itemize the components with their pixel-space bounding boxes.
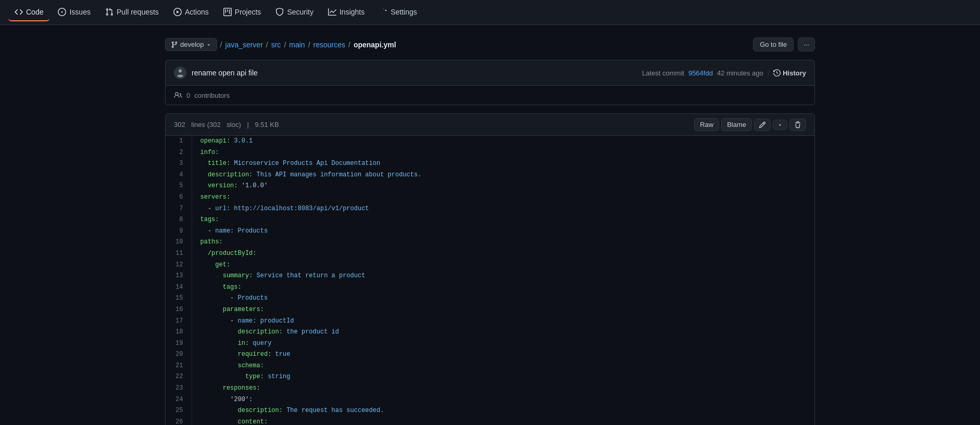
- line-number: 4: [166, 170, 192, 181]
- line-code: version: '1.0.0': [192, 181, 814, 192]
- breadcrumb-src[interactable]: src: [271, 41, 281, 49]
- breadcrumb: develop / java_server / src / main / res…: [165, 38, 396, 51]
- line-number: 14: [166, 282, 192, 293]
- table-row: 17 - name: productId: [166, 316, 814, 327]
- branch-selector[interactable]: develop: [165, 38, 217, 51]
- nav-actions-label: Actions: [185, 8, 209, 16]
- line-code: servers:: [192, 192, 814, 203]
- line-code: - name: Products: [192, 226, 814, 237]
- line-code: in: query: [192, 338, 814, 350]
- table-row: 21 schema:: [166, 360, 814, 372]
- line-code: description: the product id: [192, 327, 814, 338]
- edit-button[interactable]: [754, 119, 771, 131]
- table-row: 15 - Products: [166, 293, 814, 304]
- code-table: 1openapi: 3.0.12info:3 title: Microservi…: [166, 136, 814, 425]
- line-code: parameters:: [192, 304, 814, 316]
- line-code: description: This API manages informatio…: [192, 170, 814, 181]
- line-number: 12: [166, 260, 192, 271]
- line-code: summary: Service that return a product: [192, 271, 814, 282]
- line-number: 2: [166, 147, 192, 159]
- file-size-sep: |: [247, 121, 248, 128]
- line-code: /productById:: [192, 248, 814, 260]
- line-code: openapi: 3.0.1: [192, 136, 814, 147]
- line-number: 7: [166, 203, 192, 215]
- commit-message: rename open api file: [192, 69, 258, 77]
- table-row: 22 type: string: [166, 371, 814, 383]
- insights-icon: [328, 8, 336, 16]
- breadcrumb-main[interactable]: main: [289, 41, 305, 49]
- line-number: 17: [166, 316, 192, 327]
- line-number: 13: [166, 271, 192, 282]
- commit-info-box: rename open api file Latest commit 9564f…: [165, 60, 815, 86]
- nav-issues[interactable]: Issues: [52, 4, 96, 21]
- nav-insights-label: Insights: [340, 8, 365, 16]
- nav-pull-requests[interactable]: Pull requests: [99, 4, 165, 21]
- table-row: 9 - name: Products: [166, 226, 814, 237]
- latest-commit-label: Latest commit: [642, 69, 684, 77]
- nav-code[interactable]: Code: [8, 4, 49, 21]
- line-number: 24: [166, 394, 192, 406]
- pr-icon: [105, 8, 114, 16]
- table-row: 20 required: true: [166, 349, 814, 360]
- line-number: 5: [166, 181, 192, 192]
- table-row: 10paths:: [166, 237, 814, 248]
- line-number: 18: [166, 327, 192, 338]
- history-link[interactable]: History: [773, 69, 806, 77]
- line-number: 20: [166, 349, 192, 360]
- line-number: 21: [166, 360, 192, 372]
- blame-button[interactable]: Blame: [721, 118, 752, 131]
- nav-actions[interactable]: Actions: [167, 4, 215, 21]
- line-number: 15: [166, 293, 192, 304]
- table-row: 24 '200':: [166, 394, 814, 406]
- line-number: 23: [166, 383, 192, 394]
- actions-icon: [173, 8, 182, 16]
- line-code: content:: [192, 417, 814, 425]
- go-to-file-button[interactable]: Go to file: [753, 37, 794, 51]
- nav-pr-label: Pull requests: [117, 8, 159, 16]
- line-code: - name: productId: [192, 316, 814, 327]
- code-content[interactable]: 1openapi: 3.0.12info:3 title: Microservi…: [166, 136, 814, 425]
- nav-projects-label: Projects: [235, 8, 261, 16]
- line-code: info:: [192, 147, 814, 159]
- contributors-box: 0 contributors: [165, 86, 815, 105]
- breadcrumb-actions: Go to file ···: [753, 37, 815, 51]
- delete-button[interactable]: [789, 119, 806, 131]
- nav-code-label: Code: [26, 8, 43, 16]
- line-number: 9: [166, 226, 192, 237]
- nav-security[interactable]: Security: [269, 4, 320, 21]
- nav-projects[interactable]: Projects: [217, 4, 268, 21]
- table-row: 23 responses:: [166, 383, 814, 394]
- line-number: 19: [166, 338, 192, 350]
- breadcrumb-sep-5: /: [348, 41, 350, 49]
- table-row: 25 description: The request has succeede…: [166, 405, 814, 417]
- nav-settings[interactable]: Settings: [373, 4, 423, 21]
- line-number: 22: [166, 371, 192, 383]
- table-row: 19 in: query: [166, 338, 814, 350]
- raw-button[interactable]: Raw: [694, 118, 719, 131]
- line-code: - Products: [192, 293, 814, 304]
- nav-issues-label: Issues: [69, 8, 90, 16]
- line-code: '200':: [192, 394, 814, 406]
- table-row: 5 version: '1.0.0': [166, 181, 814, 192]
- line-number: 8: [166, 214, 192, 226]
- table-row: 12 get:: [166, 260, 814, 271]
- more-options-button[interactable]: ···: [798, 37, 815, 51]
- line-code: paths:: [192, 237, 814, 248]
- line-number: 16: [166, 304, 192, 316]
- table-row: 13 summary: Service that return a produc…: [166, 271, 814, 282]
- main-content: develop / java_server / src / main / res…: [157, 25, 823, 425]
- line-number: 1: [166, 136, 192, 147]
- file-viewer: 302 lines (302 sloc) | 9.51 KB Raw Blame: [165, 113, 815, 425]
- file-lines: 302 lines (302 sloc): [174, 121, 241, 128]
- line-code: tags:: [192, 282, 814, 293]
- edit-dropdown-button[interactable]: [773, 120, 787, 130]
- nav-insights[interactable]: Insights: [322, 4, 371, 21]
- breadcrumb-java-server[interactable]: java_server: [225, 41, 262, 49]
- table-row: 7 - url: http://localhost:8083/api/v1/pr…: [166, 203, 814, 215]
- breadcrumb-filename: openapi.yml: [354, 41, 396, 49]
- breadcrumb-resources[interactable]: resources: [313, 41, 345, 49]
- line-code: required: true: [192, 349, 814, 360]
- table-row: 4 description: This API manages informat…: [166, 170, 814, 181]
- commit-hash[interactable]: 9564fdd: [688, 69, 713, 77]
- table-row: 1openapi: 3.0.1: [166, 136, 814, 147]
